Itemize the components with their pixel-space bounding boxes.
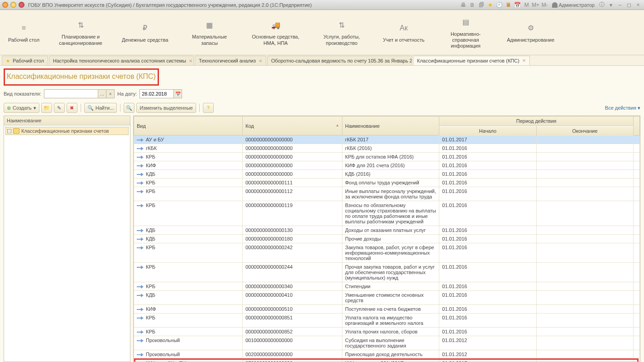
col-header-start[interactable]: Начало <box>439 126 536 135</box>
nav-item-services[interactable]: ⇅Услуги, работы, производство <box>309 10 375 55</box>
table-pane[interactable]: Вид Код▲ Наименование Период действия На… <box>133 116 640 362</box>
table-row[interactable]: КДБ00000000000000180Прочие доходы01.01.2… <box>134 235 640 243</box>
tab-close-icon[interactable]: ✕ <box>522 58 526 63</box>
date-input[interactable] <box>139 89 174 98</box>
date-picker-button[interactable]: 📅 <box>174 89 182 98</box>
table-row[interactable]: КРБ00000000000000242Закупка товаров, раб… <box>134 243 640 263</box>
edit-button[interactable]: ✎ <box>54 103 65 113</box>
tab[interactable]: Классификационные признаки счетов (КПС)✕ <box>413 56 530 65</box>
indicator-select-button[interactable]: … <box>98 89 106 98</box>
dropdown-icon[interactable]: ▾ <box>607 1 615 9</box>
tree-expand-icon[interactable]: − <box>7 129 11 133</box>
row-icon <box>137 147 144 150</box>
tab[interactable]: Настройка технологического анализа состо… <box>49 56 194 65</box>
window-forward-button[interactable] <box>10 2 16 8</box>
table-row[interactable]: КИФ00000000000000510Поступление на счета… <box>134 305 640 314</box>
help-button[interactable]: ? <box>203 103 214 113</box>
change-selected-button[interactable]: Изменить выделенные <box>136 103 196 113</box>
nav-label: Учет и отчетность <box>383 37 425 43</box>
info-icon[interactable]: ⓘ <box>598 1 606 9</box>
close-icon[interactable]: × <box>634 1 642 9</box>
window-favorite-button[interactable] <box>19 2 24 8</box>
table-row[interactable]: КРБ00000000000000852Уплата прочих налого… <box>134 328 640 336</box>
ref-icon: ▤ <box>461 18 471 27</box>
filter-button[interactable]: 🔍 <box>124 103 135 113</box>
table-row[interactable]: КИФ00000000000000000КИФ для 201 счета (2… <box>134 161 640 170</box>
table-row[interactable]: КРБ00000000000000119Взносы по обязательн… <box>134 201 640 226</box>
indicator-input[interactable] <box>44 89 98 98</box>
table-row[interactable]: гКБК00000000000000000гКБК (2016)01.01.20… <box>134 144 640 153</box>
star-icon[interactable]: ★ <box>487 1 494 9</box>
folder-button[interactable]: 📁 <box>41 103 52 113</box>
all-actions-link[interactable]: Все действия ▾ <box>605 105 640 111</box>
nav-item-money[interactable]: ₽Денежные средства <box>114 10 176 55</box>
col-header-period[interactable]: Период действия <box>439 116 634 126</box>
nav-item-plan[interactable]: ⇅Планирование и санкционирование <box>48 10 114 55</box>
indicator-clear-button[interactable]: × <box>106 89 115 98</box>
table-row[interactable]: КРБ00000000000000112Иные выплаты персона… <box>134 187 640 201</box>
nav-item-stock[interactable]: ▦Материальные запасы <box>177 10 243 55</box>
table-row[interactable]: КДБ00000000000000000КДБ (2016)01.01.2016 <box>134 170 640 179</box>
tab-close-icon[interactable]: ✕ <box>259 58 262 63</box>
tab-label: Технологический анализ <box>199 58 256 63</box>
delete-button[interactable]: ✖ <box>67 103 77 113</box>
row-icon <box>137 138 144 142</box>
tree-pane: Наименование − Классификационные признак… <box>4 116 130 362</box>
history-icon[interactable]: 🕘 <box>496 1 503 9</box>
tab-close-icon[interactable]: ✕ <box>189 58 192 63</box>
nav-item-menu[interactable]: ≡Рабочий стол <box>0 10 48 55</box>
table-row[interactable]: КДБ00000000000000410Уменьшение стоимости… <box>134 291 640 305</box>
tab[interactable]: Оборотно-сальдовая ведомость по счету 10… <box>267 56 412 65</box>
table-row[interactable]: КРБ00000000000000340Стипендии01.01.2016 <box>134 282 640 291</box>
user-badge[interactable]: Администратор <box>550 1 596 9</box>
m-plus-icon[interactable]: M+ <box>532 1 539 9</box>
nav-item-reports[interactable]: АкУчет и отчетность <box>375 10 433 55</box>
window-back-button[interactable] <box>2 2 8 8</box>
nav-item-assets[interactable]: 🚚Основные средства, НМА, НПА <box>243 10 309 55</box>
calculator-icon[interactable]: 🖩 <box>505 1 512 9</box>
table-row[interactable]: КРБ00000000000000851Уплата налога на иму… <box>134 314 640 328</box>
table-row[interactable]: КДБ00000000000000130Доходы от оказания п… <box>134 226 640 235</box>
tree-root-item[interactable]: − Классификационные признаки счетов <box>5 127 129 135</box>
maximize-icon[interactable]: ◻ <box>625 1 633 9</box>
separator <box>81 104 81 112</box>
app-title: ГОБУ ВПО Университет искусств (Субсидия)… <box>28 2 460 8</box>
m-icon[interactable]: M <box>523 1 530 9</box>
col-header-kod[interactable]: Код▲ <box>243 116 342 135</box>
nav-label: Материальные запасы <box>185 34 235 46</box>
col-header-vid[interactable]: Вид <box>134 116 243 135</box>
separator <box>120 104 120 112</box>
copy-icon[interactable]: 🗐 <box>478 1 485 9</box>
tab[interactable]: Технологический анализ✕ <box>195 56 266 65</box>
filter-row: Вид показателя: … × На дату: 📅 <box>4 87 640 101</box>
print-icon[interactable]: 🖶 <box>460 1 467 9</box>
doc-icon[interactable]: 🗎 <box>469 1 476 9</box>
calendar-icon[interactable]: 📅 <box>514 1 521 9</box>
m-minus-icon[interactable]: M- <box>541 1 548 9</box>
toolbar: ⊕Создать ▾ 📁 ✎ ✖ 🔍 Найти... 🔍 Изменить в… <box>4 101 640 116</box>
table-row[interactable]: КРБ00000000000000000КРБ для остатков НФА… <box>134 153 640 161</box>
table-row[interactable]: АУ и БУ00000000000000000гКБК 201701.01.2… <box>134 135 640 144</box>
tab-label: Оборотно-сальдовая ведомость по счету 10… <box>271 58 412 63</box>
col-header-end[interactable]: Окончание <box>536 126 633 135</box>
row-icon <box>137 294 144 297</box>
table-row[interactable]: Произвольный00200000000000000Приносящая … <box>134 350 640 359</box>
nav-item-gear[interactable]: ⚙Администрирование <box>499 10 562 55</box>
row-icon <box>137 316 144 320</box>
col-header-naim[interactable]: Наименование <box>342 116 439 135</box>
minimize-icon[interactable]: – <box>616 1 624 9</box>
all-actions-label: Все действия <box>605 105 636 111</box>
row-icon <box>137 204 144 208</box>
table-row[interactable]: КРБ00000000000000111Фонд оплаты труда уч… <box>134 179 640 187</box>
table-row[interactable]: Произвольный00100000000000000Субсидия на… <box>134 336 640 350</box>
services-icon: ⇅ <box>337 20 347 29</box>
find-button[interactable]: 🔍 Найти... <box>84 103 117 113</box>
sort-asc-icon: ▲ <box>336 123 339 127</box>
table-row[interactable]: КИФ для АУ и БУ07060000000000000КИФ для … <box>134 359 640 362</box>
tab[interactable]: ★Рабочий стол <box>2 56 48 65</box>
table-row[interactable]: КРБ00000000000000244Прочая закупка товар… <box>134 263 640 282</box>
create-button[interactable]: ⊕Создать ▾ <box>4 103 39 113</box>
nav-item-ref[interactable]: ▤Нормативно-справочная информация <box>433 10 499 55</box>
nav-label: Рабочий стол <box>8 37 39 43</box>
tab-label: Классификационные признаки счетов (КПС) <box>417 58 519 63</box>
